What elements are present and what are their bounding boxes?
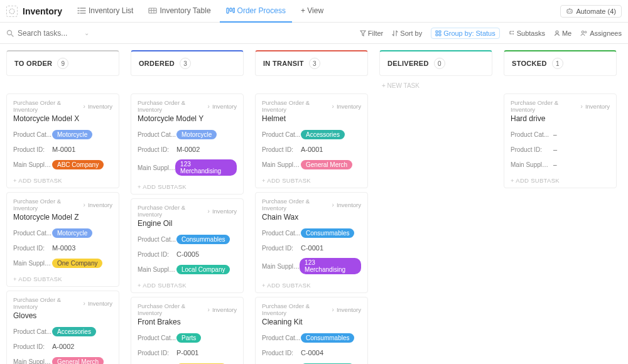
field-label-product-id: Product ID: (138, 251, 176, 258)
task-card[interactable]: Purchase Order & Inventory›Inventory Mot… (131, 94, 244, 195)
column-header[interactable]: IN TRANSIT 3 (255, 50, 368, 76)
task-card[interactable]: Purchase Order & Inventory›Inventory Cha… (255, 192, 368, 293)
column-name: STOCKED (512, 60, 547, 67)
breadcrumb: Purchase Order & Inventory›Inventory (138, 99, 237, 113)
tag-pill[interactable]: Accessories (52, 327, 96, 336)
page-title: Inventory (23, 6, 62, 16)
automate-button[interactable]: Automate (4) (560, 5, 622, 18)
task-card[interactable]: Purchase Order & Inventory›Inventory Hel… (255, 94, 368, 188)
search-input[interactable] (18, 29, 80, 38)
product-id-value: A-0001 (301, 146, 323, 153)
task-card[interactable]: Purchase Order & Inventory›Inventory Mot… (6, 192, 119, 287)
column-header[interactable]: STOCKED 1 (504, 50, 617, 76)
field-label-supplier: Main Supplier: (138, 266, 176, 273)
tag-pill[interactable]: Consummables (301, 228, 354, 238)
tag-pill[interactable]: 123 Merchandising (175, 159, 237, 176)
subtasks-label: Subtasks (517, 29, 545, 37)
tag-pill[interactable]: General Merch (52, 357, 104, 365)
tab-order-process[interactable]: Order Process (220, 0, 292, 23)
tag-pill[interactable]: Consummables (301, 333, 354, 343)
svg-point-14 (512, 33, 514, 35)
tag-pill[interactable]: ABC Company (52, 160, 104, 169)
tag-pill[interactable]: Consummables (176, 235, 230, 244)
field-label-category: Product Cat... (13, 328, 52, 335)
field-label-product-id: Product ID: (13, 245, 52, 252)
card-title: Cleaning Kit (262, 318, 361, 326)
me-button[interactable]: Me (554, 29, 571, 37)
field-label-product-id: Product ID: (13, 343, 52, 350)
empty-value: – (550, 131, 557, 138)
add-subtask-button[interactable]: + ADD SUBTASK (262, 174, 361, 184)
field-label-product-id: Product ID: (262, 350, 301, 356)
svg-rect-3 (230, 8, 232, 11)
add-subtask-button[interactable]: + ADD SUBTASK (13, 174, 112, 184)
breadcrumb: Purchase Order & Inventory›Inventory (262, 302, 361, 316)
tag-pill[interactable]: General Merch (301, 160, 352, 169)
add-subtask-button[interactable]: + ADD SUBTASK (138, 181, 237, 190)
sortby-button[interactable]: Sort by (392, 29, 422, 37)
subtasks-button[interactable]: Subtasks (509, 29, 545, 37)
tag-pill[interactable]: Motorcycle (52, 130, 92, 139)
column-header[interactable]: ORDERED 3 (131, 50, 244, 76)
new-task-button[interactable]: + NEW TASK (379, 82, 492, 89)
assignees-button[interactable]: Assignees (580, 29, 622, 37)
task-card[interactable]: Purchase Order & Inventory›Inventory Mot… (6, 94, 119, 188)
field-label-product-id: Product ID: (262, 245, 301, 252)
card-title: Engine Oil (138, 219, 237, 228)
product-id-value: M-0002 (176, 146, 200, 153)
svg-point-8 (8, 30, 12, 35)
add-subtask-button[interactable]: + ADD SUBTASK (511, 174, 610, 184)
add-subtask-button[interactable]: + ADD SUBTASK (13, 273, 112, 282)
task-card[interactable]: Purchase Order & Inventory›Inventory Cle… (255, 297, 368, 364)
column-count: 0 (434, 58, 445, 69)
tag-pill[interactable]: Parts (176, 333, 201, 343)
card-title: Chain Wax (262, 213, 361, 222)
tab-label: Inventory Table (160, 6, 210, 15)
add-subtask-button[interactable]: + ADD SUBTASK (138, 279, 237, 289)
breadcrumb: Purchase Order & Inventory›Inventory (13, 296, 112, 310)
field-label-supplier: Main Supplier: (13, 161, 52, 168)
task-card[interactable]: Purchase Order & Inventory›Inventory Glo… (6, 291, 119, 364)
filter-button[interactable]: Filter (360, 29, 383, 37)
tag-pill[interactable]: Motorcycle (52, 228, 92, 238)
sortby-label: Sort by (400, 29, 422, 37)
column-header[interactable]: TO ORDER 9 (6, 50, 119, 76)
users-icon (580, 30, 588, 36)
task-card[interactable]: Purchase Order & Inventory›Inventory Har… (504, 94, 617, 188)
groupby-button[interactable]: Group by: Status (431, 28, 500, 39)
column-header[interactable]: DELIVERED 0 (379, 50, 492, 76)
product-id-value: M-0001 (52, 146, 75, 153)
field-label-category: Product Cat... (262, 230, 301, 237)
field-label-category: Product Cat... (138, 236, 176, 243)
field-label-category: Product Cat... (262, 335, 301, 341)
tab-inventory-list[interactable]: Inventory List (71, 0, 139, 23)
tag-pill[interactable]: Motorcycle (176, 130, 217, 139)
task-card[interactable]: Purchase Order & Inventory›Inventory Eng… (131, 198, 244, 293)
breadcrumb: Purchase Order & Inventory›Inventory (138, 302, 237, 316)
column-count: 1 (552, 58, 563, 69)
tag-pill[interactable]: Local Company (176, 265, 230, 274)
kanban-board: TO ORDER 9 Purchase Order & Inventory›In… (0, 44, 628, 364)
chevron-down-icon[interactable]: ⌄ (84, 29, 89, 36)
tab-add-view[interactable]: + View (295, 0, 330, 23)
card-title: Motorcycle Model X (13, 114, 112, 123)
column-name: TO ORDER (14, 60, 52, 67)
tag-pill[interactable]: 123 Merchandising (300, 258, 361, 274)
search-box[interactable]: ⌄ (6, 29, 100, 38)
svg-rect-11 (436, 34, 438, 36)
groupby-label: Group by: Status (443, 29, 495, 37)
column-name: IN TRANSIT (263, 60, 304, 67)
field-label-supplier: Main Supplier: (262, 161, 301, 168)
tab-label: Inventory List (89, 6, 133, 15)
breadcrumb: Purchase Order & Inventory›Inventory (13, 198, 112, 211)
tag-pill[interactable]: One Company (52, 259, 102, 268)
table-icon (148, 8, 157, 14)
card-title: Hard drive (511, 114, 610, 123)
task-card[interactable]: Purchase Order & Inventory›Inventory Fro… (131, 297, 244, 364)
svg-rect-2 (227, 8, 229, 13)
column-count: 3 (309, 58, 320, 69)
tag-pill[interactable]: Accessories (301, 130, 345, 139)
tab-inventory-table[interactable]: Inventory Table (142, 0, 217, 23)
add-subtask-button[interactable]: + ADD SUBTASK (262, 279, 361, 289)
field-label-category: Product Cat... (13, 230, 52, 237)
